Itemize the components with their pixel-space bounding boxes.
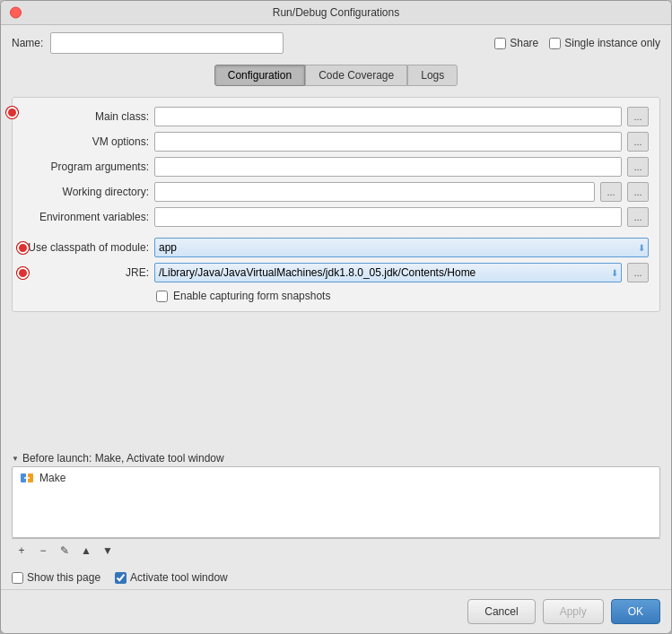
before-launch-section: ▼ Before launch: Make, Activate tool win… <box>12 452 660 562</box>
activate-tool-window-checkbox[interactable] <box>115 572 127 584</box>
make-icon <box>20 471 34 485</box>
program-arguments-row: Program arguments: ... <box>23 157 649 177</box>
cancel-button[interactable]: Cancel <box>467 599 535 624</box>
make-label: Make <box>39 472 65 484</box>
edit-button[interactable]: ✎ <box>55 542 74 560</box>
classpath-label: Use classpath of module: <box>23 241 149 254</box>
action-buttons: Cancel Apply OK <box>1 589 671 633</box>
apply-button[interactable]: Apply <box>543 599 604 624</box>
classpath-select-wrapper: app ⬇ <box>154 238 649 257</box>
error-dot-1 <box>6 107 18 118</box>
classpath-row: Use classpath of module: app ⬇ <box>23 238 649 257</box>
main-content: Main class: ... VM options: ... Program … <box>1 86 671 589</box>
vm-options-input[interactable] <box>154 132 622 152</box>
tabs-row: Configuration Code Coverage Logs <box>1 61 671 86</box>
config-panel: Main class: ... VM options: ... Program … <box>12 97 660 312</box>
error-dot-3 <box>17 267 29 279</box>
before-launch-header[interactable]: ▼ Before launch: Make, Activate tool win… <box>12 452 660 465</box>
jre-select[interactable]: /Library/Java/JavaVirtualMachines/jdk1.8… <box>154 263 622 282</box>
vm-options-label: VM options: <box>23 135 149 148</box>
title-bar: Run/Debug Configurations <box>1 1 671 25</box>
program-arguments-input[interactable] <box>154 157 622 177</box>
form-snapshots-row: Enable capturing form snapshots <box>23 290 649 302</box>
ok-button[interactable]: OK <box>611 599 660 624</box>
before-launch-list: Make <box>12 466 660 538</box>
collapse-icon: ▼ <box>12 455 19 463</box>
program-arguments-browse-btn[interactable]: ... <box>627 157 649 177</box>
share-checkbox-label[interactable]: Share <box>494 37 538 49</box>
main-class-label: Main class: <box>23 110 149 123</box>
show-page-label[interactable]: Show this page <box>12 571 100 584</box>
working-directory-browse-btn2[interactable]: ... <box>627 182 649 202</box>
dialog-title: Run/Debug Configurations <box>273 6 399 19</box>
tab-logs[interactable]: Logs <box>407 65 458 86</box>
environment-variables-row: Environment variables: ... <box>23 207 649 227</box>
program-arguments-label: Program arguments: <box>23 161 149 173</box>
move-down-button[interactable]: ▼ <box>98 542 118 560</box>
vm-options-row: VM options: ... <box>23 132 649 152</box>
environment-variables-browse-btn[interactable]: ... <box>627 207 649 227</box>
single-instance-checkbox-label[interactable]: Single instance only <box>549 37 660 49</box>
working-directory-label: Working directory: <box>23 186 149 198</box>
environment-variables-input[interactable] <box>154 207 622 227</box>
list-item: Make <box>13 467 659 489</box>
activate-tool-window-label[interactable]: Activate tool window <box>115 571 228 584</box>
name-input[interactable] <box>50 32 284 54</box>
before-launch-toolbar: + − ✎ ▲ ▼ <box>12 538 660 562</box>
working-directory-input[interactable] <box>154 182 595 202</box>
working-directory-browse-btn1[interactable]: ... <box>600 182 622 202</box>
working-directory-row: Working directory: ... ... <box>23 182 649 202</box>
name-label: Name: <box>12 37 43 49</box>
main-class-browse-btn[interactable]: ... <box>627 107 649 126</box>
close-button[interactable] <box>10 7 22 19</box>
header-right: Share Single instance only <box>494 37 660 49</box>
main-class-row: Main class: ... <box>23 107 649 126</box>
form-snapshots-label: Enable capturing form snapshots <box>173 290 330 302</box>
form-snapshots-checkbox[interactable] <box>156 291 168 302</box>
tab-code-coverage[interactable]: Code Coverage <box>305 65 407 86</box>
run-debug-dialog: Run/Debug Configurations Name: Share Sin… <box>0 0 672 634</box>
bottom-checkboxes: Show this page Activate tool window <box>1 566 671 589</box>
jre-label: JRE: <box>23 266 149 279</box>
error-dot-2 <box>17 242 29 254</box>
jre-row: JRE: /Library/Java/JavaVirtualMachines/j… <box>23 263 649 282</box>
show-page-checkbox[interactable] <box>12 572 23 584</box>
vm-options-browse-btn[interactable]: ... <box>627 132 649 152</box>
add-button[interactable]: + <box>12 542 31 560</box>
jre-select-wrapper: /Library/Java/JavaVirtualMachines/jdk1.8… <box>154 263 622 282</box>
header-row: Name: Share Single instance only <box>1 25 671 61</box>
before-launch-title: Before launch: Make, Activate tool windo… <box>22 452 224 465</box>
environment-variables-label: Environment variables: <box>23 211 149 223</box>
move-up-button[interactable]: ▲ <box>76 542 96 560</box>
main-class-input[interactable] <box>154 107 622 126</box>
classpath-select[interactable]: app <box>154 238 649 257</box>
jre-browse-btn[interactable]: ... <box>627 263 649 282</box>
tab-configuration[interactable]: Configuration <box>214 65 305 86</box>
share-checkbox[interactable] <box>494 38 506 49</box>
single-instance-checkbox[interactable] <box>549 38 561 49</box>
remove-button[interactable]: − <box>33 542 53 560</box>
